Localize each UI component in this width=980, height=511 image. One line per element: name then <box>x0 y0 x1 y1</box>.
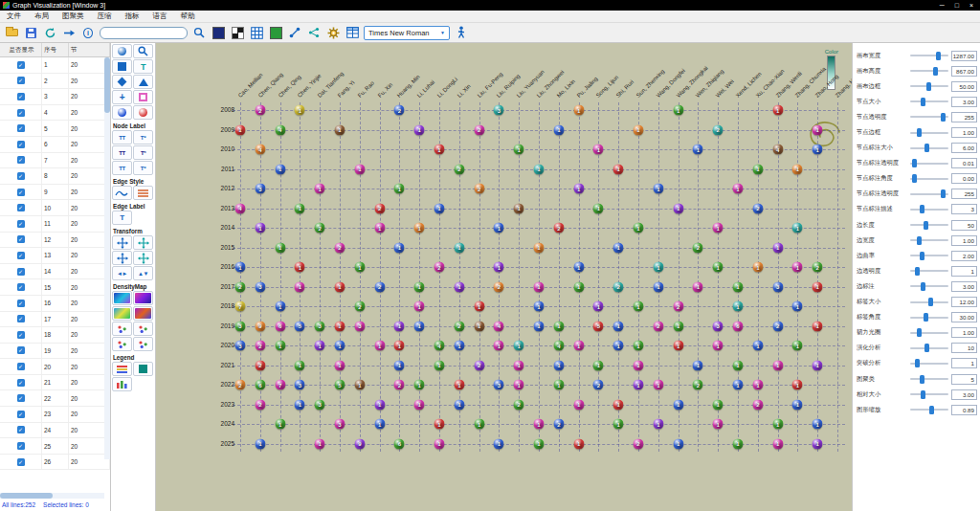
data-node[interactable]: 1 <box>792 399 803 410</box>
table-row[interactable]: ✓1520 <box>0 279 110 296</box>
info-button[interactable]: i <box>80 25 96 40</box>
data-node[interactable]: 2 <box>813 262 823 273</box>
table-row[interactable]: ✓1820 <box>0 327 110 344</box>
table-row[interactable]: ✓220 <box>0 74 110 90</box>
data-node[interactable]: 1 <box>414 301 425 312</box>
table-row[interactable]: ✓420 <box>0 105 110 122</box>
slider-handle[interactable] <box>912 159 917 167</box>
data-node[interactable]: 5 <box>593 321 604 331</box>
row-checkbox[interactable]: ✓ <box>17 124 25 132</box>
setting-value[interactable]: 5 <box>951 374 977 385</box>
data-node[interactable]: 1 <box>772 438 783 449</box>
setting-value[interactable]: 1287.00 <box>951 51 977 61</box>
row-checkbox[interactable]: ✓ <box>17 172 25 180</box>
person-button[interactable] <box>454 25 469 40</box>
slider-handle[interactable] <box>933 67 938 76</box>
table-vertical-scrollbar[interactable] <box>104 57 110 459</box>
square-tool[interactable] <box>112 59 132 74</box>
data-node[interactable]: 1 <box>374 399 385 410</box>
setting-value[interactable]: 0.01 <box>951 158 977 168</box>
density-option-3-button[interactable] <box>112 337 132 351</box>
node-label-tt3-button[interactable]: TT <box>112 161 132 175</box>
data-node[interactable]: 1 <box>534 438 545 449</box>
transform-scale-button[interactable] <box>133 235 153 250</box>
data-node[interactable]: 1 <box>534 242 545 253</box>
data-node[interactable]: 2 <box>634 438 644 449</box>
data-node[interactable]: 1 <box>414 380 425 390</box>
density-option-2-button[interactable] <box>133 322 153 336</box>
slider-handle[interactable] <box>920 375 924 384</box>
setting-value[interactable]: 1.00 <box>951 327 977 338</box>
row-checkbox[interactable]: ✓ <box>17 426 25 433</box>
data-node[interactable]: 1 <box>255 223 265 233</box>
setting-slider[interactable] <box>910 159 948 167</box>
data-node[interactable]: 1 <box>414 399 425 410</box>
data-node[interactable]: 1 <box>414 124 425 135</box>
data-node[interactable]: 2 <box>772 321 783 331</box>
menu-item-7[interactable]: 帮助 <box>174 11 202 21</box>
data-node[interactable]: 1 <box>634 301 644 312</box>
data-node[interactable]: 1 <box>813 144 823 155</box>
setting-slider[interactable] <box>910 282 948 291</box>
data-node[interactable]: 1 <box>653 419 663 430</box>
setting-slider[interactable] <box>910 82 948 91</box>
green-swatch-button[interactable] <box>268 25 283 40</box>
data-node[interactable]: 1 <box>295 105 305 116</box>
transform-shrink-button[interactable] <box>133 251 153 265</box>
data-node[interactable]: 1 <box>255 438 265 449</box>
data-node[interactable]: 7 <box>275 380 285 390</box>
data-node[interactable]: 1 <box>792 164 803 174</box>
data-node[interactable]: 1 <box>792 341 803 351</box>
data-node[interactable]: 1 <box>454 399 464 410</box>
data-node[interactable]: 1 <box>673 321 683 331</box>
data-node[interactable]: 1 <box>454 242 464 253</box>
slider-handle[interactable] <box>941 189 946 198</box>
table-row[interactable]: ✓2120 <box>0 375 110 391</box>
data-node[interactable]: 2 <box>374 203 385 213</box>
data-node[interactable]: 1 <box>514 380 524 390</box>
data-node[interactable]: 1 <box>653 380 663 390</box>
data-node[interactable]: 6 <box>255 380 265 390</box>
data-node[interactable]: 9 <box>255 321 265 331</box>
row-checkbox[interactable]: ✓ <box>17 189 25 196</box>
data-node[interactable]: 1 <box>733 360 744 370</box>
table-row[interactable]: ✓720 <box>0 153 110 169</box>
setting-value[interactable]: 12.00 <box>951 297 977 307</box>
data-node[interactable]: 1 <box>752 262 763 273</box>
data-node[interactable]: 1 <box>713 223 724 233</box>
data-node[interactable]: 2 <box>454 164 464 174</box>
data-node[interactable]: 1 <box>414 321 425 331</box>
data-node[interactable]: 1 <box>613 399 624 410</box>
density-map-1-button[interactable] <box>112 291 132 305</box>
data-node[interactable]: 1 <box>335 341 345 351</box>
data-node[interactable]: 2 <box>653 321 663 331</box>
setting-value[interactable]: 255 <box>951 112 977 122</box>
row-checkbox[interactable]: ✓ <box>17 109 25 117</box>
data-node[interactable]: 2 <box>434 262 445 273</box>
data-node[interactable]: 1 <box>434 438 445 449</box>
text-square-tool[interactable]: T <box>133 59 153 74</box>
data-node[interactable]: 2 <box>713 124 724 135</box>
data-node[interactable]: 6 <box>275 321 285 331</box>
slider-handle[interactable] <box>936 52 941 60</box>
table-row[interactable]: ✓2220 <box>0 390 110 407</box>
data-node[interactable]: 1 <box>394 242 405 253</box>
data-node[interactable]: 1 <box>374 341 385 351</box>
legend-solid-button[interactable] <box>133 362 153 376</box>
diamond-tool[interactable] <box>112 75 132 89</box>
data-node[interactable]: 2 <box>315 223 325 233</box>
setting-value[interactable]: 867.00 <box>951 66 977 77</box>
data-node[interactable]: 1 <box>593 203 604 213</box>
data-node[interactable]: 2 <box>255 360 265 370</box>
node-label-tn-button[interactable]: Tⁿ <box>133 145 153 160</box>
density-map-2-button[interactable] <box>133 291 153 305</box>
circle-blue-tool[interactable] <box>112 105 132 120</box>
data-node[interactable]: 3 <box>315 321 325 331</box>
data-node[interactable]: 1 <box>693 281 703 292</box>
data-node[interactable]: 1 <box>733 438 744 449</box>
data-node[interactable]: 1 <box>673 203 683 213</box>
table-view-button[interactable] <box>345 25 360 40</box>
data-node[interactable]: 4 <box>275 124 285 135</box>
data-node[interactable]: 1 <box>693 360 703 370</box>
data-node[interactable]: 3 <box>713 321 724 331</box>
